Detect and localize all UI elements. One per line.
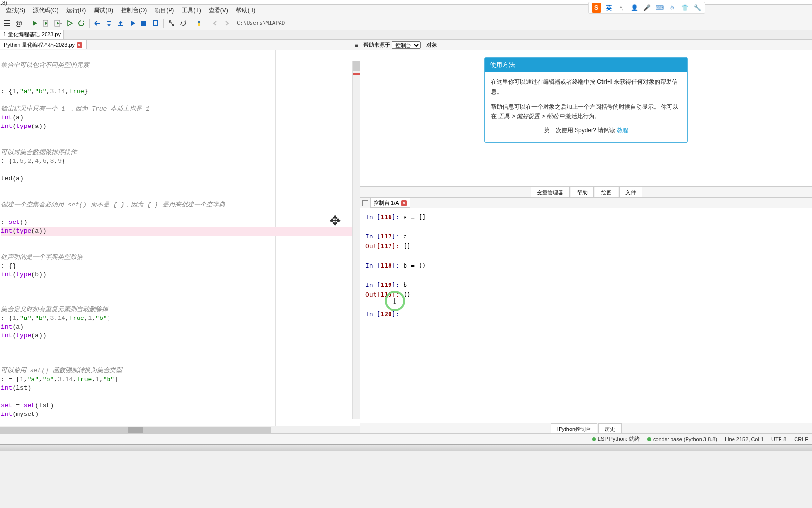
main-toolbar: @ C:\Users\MIAPAD: [0, 16, 812, 30]
console-stop-icon[interactable]: [362, 200, 368, 206]
debug-step-out-icon[interactable]: [115, 18, 126, 29]
debug-step-into-icon[interactable]: [104, 18, 114, 29]
ime-toolbar[interactable]: S 英 •, 👤 🎤 ⌨ ⚙ 👕 🔧: [588, 2, 705, 14]
working-dir: C:\Users\MIAPAD: [237, 20, 285, 26]
menu-debug[interactable]: 调试(D): [90, 5, 117, 16]
preferences-icon[interactable]: [178, 18, 188, 29]
file-tab-top[interactable]: 1 量化编程基础-2023.py: [0, 30, 64, 39]
menu-run[interactable]: 运行(R): [62, 5, 90, 16]
svg-rect-2: [141, 21, 146, 26]
menu-console[interactable]: 控制台(O): [117, 5, 151, 16]
run-file-icon[interactable]: [30, 18, 40, 29]
debug-file-icon[interactable]: [150, 18, 161, 29]
status-bar: LSP Python: 就绪 conda: base (Python 3.8.8…: [0, 433, 812, 444]
run-selection-icon[interactable]: [64, 18, 75, 29]
help-object-label: 对象: [426, 41, 437, 48]
menu-project[interactable]: 项目(P): [151, 5, 178, 16]
ime-settings-icon[interactable]: ⚙: [667, 3, 677, 13]
editor-body[interactable]: 集合中可以包含不同类型的元素 : {1,"a","b",3.14,True} 输…: [0, 50, 360, 426]
back-icon[interactable]: [210, 18, 220, 29]
debug-step-over-icon[interactable]: [92, 18, 103, 29]
console-bottom-tabs: IPython控制台 历史: [360, 423, 812, 433]
os-taskbar[interactable]: [0, 444, 812, 451]
help-source-label: 帮助来源于: [363, 41, 390, 48]
rerun-icon[interactable]: [76, 18, 87, 29]
tab-files[interactable]: 文件: [619, 187, 642, 197]
lsp-status-dot: [592, 437, 596, 441]
help-card-body: 在这里你可以通过在编辑器或者终端中按 Ctrl+I 来获得任何对象的帮助信息。 …: [485, 72, 687, 142]
ime-punct-icon[interactable]: •,: [617, 3, 626, 13]
at-icon[interactable]: @: [14, 18, 24, 29]
file-tab-bar-top: 1 量化编程基础-2023.py: [0, 30, 812, 40]
status-eol: CRLF: [794, 436, 808, 442]
conda-status-dot: [647, 437, 651, 441]
run-cell-icon[interactable]: [41, 18, 52, 29]
main-area: Python 量化编程基础-2023.py ✕ ≡ 集合中可以包含不同类型的元素…: [0, 40, 812, 433]
status-lsp: LSP Python: 就绪: [592, 435, 640, 443]
menu-view[interactable]: 查看(V): [205, 5, 232, 16]
horizontal-scrollbar[interactable]: [0, 426, 360, 433]
tutorial-link[interactable]: 教程: [617, 127, 628, 134]
run-cell-advance-icon[interactable]: [53, 18, 63, 29]
tab-filename: Python 量化编程基础-2023.py: [4, 41, 75, 48]
status-position: Line 2152, Col 1: [725, 436, 764, 442]
help-body: 使用方法 在这里你可以通过在编辑器或者终端中按 Ctrl+I 来获得任何对象的帮…: [360, 50, 812, 186]
editor-options-icon[interactable]: ≡: [352, 41, 360, 49]
vertical-scrollbar[interactable]: [352, 61, 360, 419]
menu-help[interactable]: 帮助(H): [232, 5, 260, 16]
editor-pane: Python 量化编程基础-2023.py ✕ ≡ 集合中可以包含不同类型的元素…: [0, 40, 360, 433]
close-icon[interactable]: ✕: [401, 200, 407, 206]
ime-skin-icon[interactable]: 👕: [680, 3, 689, 13]
menu-find[interactable]: 查找(S): [2, 5, 29, 16]
ime-mic-icon[interactable]: 🎤: [642, 3, 652, 13]
status-encoding: UTF-8: [771, 436, 786, 442]
code-area[interactable]: 集合中可以包含不同类型的元素 : {1,"a","b",3.14,True} 输…: [0, 50, 360, 426]
menu-tools[interactable]: 工具(T): [178, 5, 204, 16]
tab-ipython-console[interactable]: IPython控制台: [551, 423, 597, 433]
ime-lang[interactable]: 英: [604, 3, 614, 13]
menu-source[interactable]: 源代码(C): [29, 5, 62, 16]
help-card: 使用方法 在这里你可以通过在编辑器或者终端中按 Ctrl+I 来获得任何对象的帮…: [484, 57, 688, 143]
maximize-icon[interactable]: [166, 18, 177, 29]
console-tabs: 控制台 1/A ✕: [360, 198, 812, 208]
console-body[interactable]: In [116]: a = [] In [117]: aOut[117]: []…: [360, 208, 812, 423]
ime-user-icon[interactable]: 👤: [629, 3, 639, 13]
help-pane-tabs: 变量管理器 帮助 绘图 文件: [360, 186, 812, 198]
tab-variable-explorer[interactable]: 变量管理器: [531, 187, 570, 197]
help-header: 帮助来源于 控制台 对象: [360, 40, 812, 50]
help-card-title: 使用方法: [485, 58, 687, 72]
scroll-thumb-v[interactable]: [353, 61, 360, 71]
ime-keyboard-icon[interactable]: ⌨: [655, 3, 664, 13]
console-pane: 控制台 1/A ✕ In [116]: a = [] In [117]: aOu…: [360, 198, 812, 433]
console-tab[interactable]: 控制台 1/A ✕: [370, 198, 410, 208]
outline-icon[interactable]: [2, 18, 13, 29]
scroll-error-marker: [353, 73, 360, 75]
editor-tab-active[interactable]: Python 量化编程基础-2023.py ✕: [0, 40, 87, 49]
cursor-highlight-ring: [385, 291, 405, 311]
debug-continue-icon[interactable]: [127, 18, 138, 29]
right-pane: 帮助来源于 控制台 对象 使用方法 在这里你可以通过在编辑器或者终端中按 Ctr…: [360, 40, 812, 433]
python-path-icon[interactable]: [194, 18, 204, 29]
editor-tabs: Python 量化编程基础-2023.py ✕ ≡: [0, 40, 360, 50]
help-footer: 第一次使用 Spyder? 请阅读 教程: [491, 122, 682, 137]
close-icon[interactable]: ✕: [77, 42, 82, 48]
tab-history[interactable]: 历史: [598, 423, 622, 433]
ime-toolbox-icon[interactable]: 🔧: [692, 3, 702, 13]
status-conda[interactable]: conda: base (Python 3.8.8): [647, 436, 717, 442]
debug-stop-icon[interactable]: [139, 18, 149, 29]
svg-rect-3: [153, 21, 158, 26]
help-source-select[interactable]: 控制台: [392, 41, 421, 49]
tab-help[interactable]: 帮助: [571, 187, 594, 197]
sogou-icon[interactable]: S: [592, 3, 601, 13]
scroll-thumb-grip[interactable]: [128, 427, 143, 433]
forward-icon[interactable]: [221, 18, 232, 29]
tab-plots[interactable]: 绘图: [595, 187, 618, 197]
